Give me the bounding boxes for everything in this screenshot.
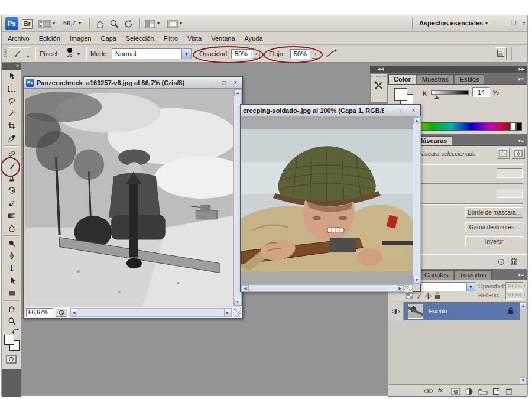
- masks-panel-menu-icon[interactable]: ▾≡: [515, 136, 527, 145]
- tool-blur[interactable]: [2, 222, 21, 234]
- tool-pen[interactable]: [2, 249, 21, 262]
- new-layer-icon[interactable]: [492, 388, 500, 395]
- tool-crop[interactable]: [2, 119, 21, 132]
- doc1-scroll-up-icon[interactable]: ▲: [234, 89, 241, 96]
- doc2-photo-color-soldier[interactable]: [241, 129, 413, 271]
- ramp-black-swatch[interactable]: [516, 122, 522, 131]
- layers-opacity-spinner-icon[interactable]: ›: [524, 283, 525, 288]
- add-layer-mask-icon[interactable]: [451, 388, 460, 395]
- opacity-field[interactable]: 50%: [231, 49, 251, 59]
- doc2-minimize-icon[interactable]: –: [387, 106, 395, 115]
- tools-panel-icon[interactable]: [374, 81, 384, 90]
- blend-combo-arrow-icon[interactable]: ▼: [466, 282, 475, 291]
- toolbox-collapse-icon[interactable]: »: [2, 63, 21, 70]
- tool-path-selection[interactable]: [2, 274, 21, 287]
- flow-spinner-icon[interactable]: ›: [312, 49, 319, 59]
- menu-archivo[interactable]: Archivo: [8, 35, 30, 42]
- options-grip[interactable]: [4, 49, 7, 59]
- tool-move[interactable]: [2, 70, 21, 82]
- arrange-documents-icon[interactable]: [145, 20, 155, 28]
- screen-mode-dropdown-icon[interactable]: ▾: [180, 21, 182, 26]
- tool-marquee[interactable]: [2, 82, 21, 95]
- tool-hand[interactable]: [2, 302, 21, 314]
- tool-dodge[interactable]: [2, 237, 21, 249]
- ps-logo-icon[interactable]: Ps: [5, 17, 18, 30]
- density-value-field[interactable]: [497, 168, 523, 178]
- menu-vista[interactable]: Vista: [187, 35, 202, 42]
- doc1-maximize-icon[interactable]: □: [220, 79, 229, 87]
- doc1-resize-grip[interactable]: [233, 308, 241, 317]
- tool-zoom[interactable]: [2, 314, 21, 327]
- layer-list-scroll-up-icon[interactable]: ▲: [520, 302, 527, 309]
- bridge-launch-icon[interactable]: Br: [22, 19, 33, 29]
- document-window-creeping-soldado[interactable]: creeping-soldado-.jpg al 100% (Capa 1, R…: [240, 104, 421, 292]
- tool-magic-wand[interactable]: [2, 107, 21, 119]
- doc1-close-icon[interactable]: ×: [231, 79, 240, 87]
- menu-capa[interactable]: Capa: [100, 35, 116, 42]
- menu-ventana[interactable]: Ventana: [211, 35, 235, 42]
- color-foreground-swatch[interactable]: [394, 88, 407, 101]
- tool-clone-stamp[interactable]: [2, 172, 21, 184]
- menu-seleccion[interactable]: Selección: [126, 35, 154, 42]
- doc2-vscrollbar[interactable]: ▲ ▼: [413, 116, 421, 284]
- layers-fill-field[interactable]: 100%: [505, 291, 523, 300]
- minimize-button[interactable]: –: [498, 20, 507, 28]
- layer-list-scroll-down-icon[interactable]: ▼: [520, 377, 527, 384]
- ramp-white-swatch[interactable]: [510, 122, 516, 131]
- layer-row-fondo[interactable]: Fondo: [388, 302, 520, 320]
- layers-panel-menu-icon[interactable]: ▾≡: [515, 270, 527, 280]
- k-slider-track[interactable]: [431, 90, 469, 95]
- brush-dropdown-icon[interactable]: ▾: [77, 51, 80, 57]
- doc2-titlebar[interactable]: creeping-soldado-.jpg al 100% (Capa 1, R…: [241, 105, 420, 116]
- doc1-scroll-left-icon[interactable]: ◀: [70, 309, 77, 316]
- tool-shape[interactable]: [2, 287, 21, 299]
- menu-imagen[interactable]: Imagen: [70, 35, 92, 42]
- doc2-hscrollbar[interactable]: ◀ ▶: [241, 284, 413, 292]
- tool-eraser[interactable]: [2, 197, 21, 209]
- mode-combobox[interactable]: Normal: [112, 48, 181, 59]
- zoom-preset[interactable]: 66,7: [63, 20, 76, 27]
- dock-column-grip[interactable]: [371, 74, 387, 77]
- filmstrip-icon[interactable]: [38, 20, 51, 28]
- mode-combo-arrow-icon[interactable]: ▼: [181, 48, 192, 59]
- foreground-color-swatch[interactable]: [4, 335, 14, 345]
- filmstrip-dropdown-icon[interactable]: ▾: [53, 21, 55, 26]
- collapse-dock-icon[interactable]: ◀◀: [377, 67, 384, 72]
- lock-transparency-icon[interactable]: [406, 293, 413, 299]
- quick-mask-icon[interactable]: [6, 355, 17, 364]
- lock-pixels-icon[interactable]: [416, 293, 422, 299]
- tool-brush[interactable]: [2, 160, 21, 172]
- doc1-photo-grayscale-soldier[interactable]: [25, 89, 233, 306]
- new-group-icon[interactable]: [478, 388, 488, 395]
- doc1-hscrollbar[interactable]: ◀ ▶: [70, 308, 232, 317]
- tab-trazados[interactable]: Trazados: [454, 270, 491, 280]
- mask-edge-button[interactable]: Borde de máscara...: [465, 207, 523, 218]
- doc1-scroll-right-icon[interactable]: ▶: [224, 309, 231, 316]
- layer-thumbnail[interactable]: [408, 304, 423, 319]
- airbrush-icon[interactable]: [326, 48, 338, 59]
- zoom-tool-icon[interactable]: [109, 19, 119, 29]
- k-value-field[interactable]: 14: [472, 87, 490, 97]
- doc2-scroll-right-icon[interactable]: ▶: [397, 285, 404, 291]
- opacity-spinner-icon[interactable]: ›: [252, 49, 260, 59]
- doc1-titlebar[interactable]: Ps Panzerschreck_a169257-v6.jpg al 66,7%…: [24, 77, 242, 89]
- toggle-brushes-panel-icon[interactable]: [495, 47, 507, 59]
- adjustment-layer-icon[interactable]: [465, 388, 473, 395]
- workspace-dropdown-icon[interactable]: ▾: [485, 21, 488, 26]
- invert-button[interactable]: Invertir: [465, 236, 523, 246]
- tool-gradient[interactable]: [2, 209, 21, 222]
- close-button[interactable]: ×: [520, 20, 528, 28]
- trash-icon[interactable]: [510, 257, 517, 265]
- tool-history-brush[interactable]: [2, 184, 21, 197]
- brush-preview[interactable]: 26: [64, 47, 75, 61]
- lock-all-icon[interactable]: [434, 292, 440, 299]
- layers-fill-spinner-icon[interactable]: ›: [524, 291, 525, 297]
- tab-estilos[interactable]: Estilos: [455, 74, 484, 84]
- menu-filtro[interactable]: Filtro: [163, 35, 177, 42]
- restore-button[interactable]: ❐: [509, 20, 518, 28]
- lock-position-icon[interactable]: [425, 293, 432, 299]
- menu-edicion[interactable]: Edición: [39, 35, 60, 42]
- layer-style-fx-icon[interactable]: fx: [438, 387, 443, 394]
- delete-layer-trash-icon[interactable]: [505, 387, 512, 395]
- swap-colors-icon[interactable]: [11, 327, 20, 335]
